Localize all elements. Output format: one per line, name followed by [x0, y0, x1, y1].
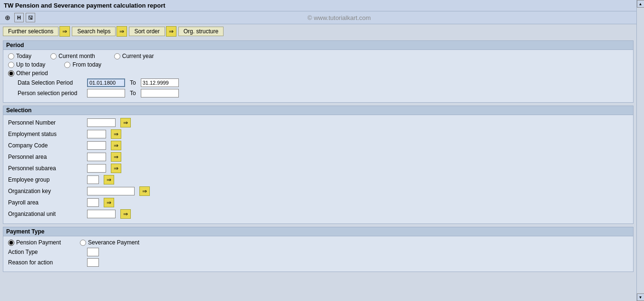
action-type-input[interactable] [87, 248, 99, 256]
reason-row: Reason for action [8, 258, 628, 267]
radio-from-today-input[interactable] [64, 62, 70, 68]
further-selections-arrow[interactable]: ⇒ [59, 26, 70, 37]
period-row-1: Today Current month Current year [8, 53, 628, 59]
payment-type-section: Payment Type Pension Payment Severance P… [3, 227, 634, 272]
period-section-body: Today Current month Current year [3, 50, 633, 102]
payment-type-header: Payment Type [3, 227, 633, 236]
page-title: TW Pension and Severance payment calcula… [4, 2, 166, 9]
radio-today[interactable]: Today [8, 53, 31, 59]
personnel-area-arrow[interactable]: ⇒ [111, 152, 121, 162]
radio-other-period-label: Other period [16, 70, 48, 77]
radio-current-month-input[interactable] [50, 53, 57, 59]
search-helps-btn[interactable]: Search helps [72, 27, 116, 36]
scroll-up-btn[interactable]: ▲ [637, 0, 644, 8]
selection-row-payroll-area: Payroll area ⇒ [8, 198, 628, 207]
save-icon[interactable]: 🖫 [26, 13, 35, 22]
radio-today-label: Today [16, 53, 31, 59]
employee-group-arrow[interactable]: ⇒ [104, 175, 114, 184]
radio-current-month[interactable]: Current month [50, 53, 95, 59]
employment-status-input[interactable] [87, 130, 106, 138]
reason-label: Reason for action [8, 259, 84, 266]
period-section-header: Period [3, 41, 633, 50]
radio-pension-input[interactable] [8, 240, 14, 246]
payment-type-body: Pension Payment Severance Payment Action… [3, 236, 633, 272]
personnel-number-arrow[interactable]: ⇒ [120, 118, 131, 127]
data-selection-to-label: To [130, 79, 136, 86]
tab-org-structure[interactable]: Org. structure [178, 27, 224, 36]
company-code-label: Company Code [8, 142, 84, 149]
person-selection-to-label: To [130, 90, 136, 97]
radio-up-to-today-input[interactable] [8, 62, 14, 68]
radio-pension[interactable]: Pension Payment [8, 239, 61, 246]
globe-icon[interactable]: ⊕ [3, 13, 12, 22]
sort-order-btn[interactable]: Sort order [129, 27, 165, 36]
radio-current-year-input[interactable] [114, 53, 120, 59]
radio-current-year[interactable]: Current year [114, 53, 154, 59]
radio-severance-label: Severance Payment [88, 239, 139, 246]
search-helps-arrow[interactable]: ⇒ [117, 26, 127, 37]
org-unit-label: Organizational unit [8, 211, 84, 217]
selection-row-org-key: Organization key ⇒ [8, 186, 628, 196]
person-selection-from-input[interactable] [87, 89, 125, 97]
period-row-3: Other period [8, 70, 628, 77]
selection-row-employee-group: Employee group ⇒ [8, 175, 628, 184]
personnel-subarea-input[interactable] [87, 164, 106, 173]
personnel-subarea-label: Personnel subarea [8, 165, 84, 172]
reason-input[interactable] [87, 258, 99, 267]
radio-today-input[interactable] [8, 53, 14, 59]
payroll-area-arrow[interactable]: ⇒ [104, 198, 114, 207]
person-selection-label: Person selection period [8, 90, 84, 97]
selection-row-personnel-number: Personnel Number ⇒ [8, 118, 628, 127]
further-selections-btn[interactable]: Further selections [3, 27, 59, 36]
personnel-subarea-arrow[interactable]: ⇒ [111, 164, 121, 173]
org-key-arrow[interactable]: ⇒ [139, 186, 150, 196]
payroll-area-label: Payroll area [8, 199, 84, 206]
info-icon[interactable]: H [14, 13, 24, 22]
radio-from-today-label: From today [72, 61, 101, 68]
data-selection-label: Data Selection Period [8, 79, 84, 86]
action-type-label: Action Type [8, 249, 84, 255]
personnel-number-label: Personnel Number [8, 119, 84, 126]
radio-severance[interactable]: Severance Payment [80, 239, 139, 246]
scroll-down-btn[interactable]: ▼ [637, 293, 644, 301]
radio-other-period[interactable]: Other period [8, 70, 48, 77]
selection-section: Selection Personnel Number ⇒ Employment … [3, 106, 634, 224]
employment-status-arrow[interactable]: ⇒ [111, 129, 121, 139]
main-content: Period Today Current month Current year [0, 39, 644, 298]
tab-sort-order[interactable]: Sort order ⇒ [129, 26, 176, 37]
company-code-arrow[interactable]: ⇒ [111, 141, 121, 150]
org-unit-input[interactable] [87, 210, 116, 218]
selection-row-company-code: Company Code ⇒ [8, 141, 628, 150]
company-code-input[interactable] [87, 141, 106, 150]
org-key-label: Organization key [8, 188, 84, 194]
radio-severance-input[interactable] [80, 240, 86, 246]
data-selection-row: Data Selection Period To [8, 78, 628, 87]
employee-group-input[interactable] [87, 175, 99, 184]
scrollbar-right[interactable]: ▲ ▼ [636, 0, 644, 301]
selection-section-header: Selection [3, 106, 633, 115]
sort-order-arrow[interactable]: ⇒ [166, 26, 176, 37]
tab-search-helps[interactable]: Search helps ⇒ [72, 26, 127, 37]
action-type-row: Action Type [8, 248, 628, 256]
selection-row-org-unit: Organizational unit ⇒ [8, 209, 628, 219]
radio-from-today[interactable]: From today [64, 61, 101, 68]
person-selection-row: Person selection period To [8, 89, 628, 97]
data-selection-to-input[interactable] [141, 78, 179, 87]
person-selection-to-input[interactable] [141, 89, 179, 97]
org-structure-btn[interactable]: Org. structure [178, 27, 224, 36]
toolbar: ⊕ H 🖫 © www.tutorialkart.com [0, 11, 644, 24]
period-row-2: Up to today From today [8, 61, 628, 68]
radio-current-month-label: Current month [59, 53, 95, 59]
data-selection-from-input[interactable] [87, 78, 125, 87]
employment-status-label: Employment status [8, 131, 84, 137]
org-key-input[interactable] [87, 187, 135, 195]
radio-other-period-input[interactable] [8, 70, 14, 77]
period-section: Period Today Current month Current year [3, 40, 634, 103]
selection-row-personnel-subarea: Personnel subarea ⇒ [8, 164, 628, 173]
payroll-area-input[interactable] [87, 198, 99, 207]
org-unit-arrow[interactable]: ⇒ [120, 209, 131, 219]
personnel-number-input[interactable] [87, 118, 116, 127]
tab-further-selections[interactable]: Further selections ⇒ [3, 26, 70, 37]
personnel-area-input[interactable] [87, 153, 106, 161]
radio-up-to-today[interactable]: Up to today [8, 61, 45, 68]
